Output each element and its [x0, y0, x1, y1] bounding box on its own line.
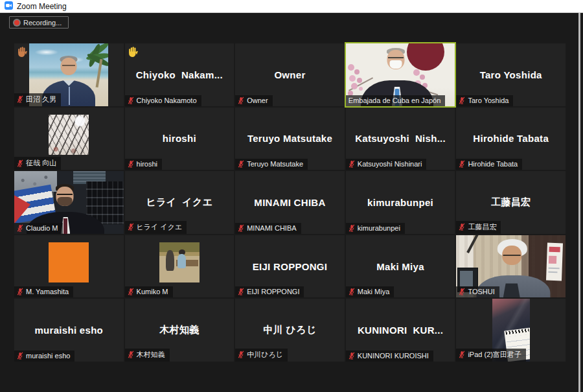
participant-label-text: 田沼 久男 [26, 95, 56, 104]
raised-hand-icon [128, 46, 138, 57]
participant-tile-10[interactable]: Hirohide Tabata Hirohide Tabata [456, 108, 566, 170]
participant-label-text: Hirohide Tabata [468, 160, 518, 168]
participant-label: hiroshi [125, 159, 162, 170]
participant-label: TOSHUI [456, 286, 499, 297]
participant-label-text: kimurabunpei [358, 224, 400, 232]
participant-label-text: Claudio M [26, 224, 58, 232]
window-title: Zoom Meeting [17, 2, 67, 11]
participant-tile-21[interactable]: muraishi esho muraishi esho [14, 299, 124, 362]
raised-hand-icon [17, 46, 27, 57]
participant-tile-19[interactable]: Maki Miya Maki Miya [346, 235, 455, 298]
participant-label: 中川ひろじ [235, 349, 288, 362]
participant-label: Katsuyoshi Nishinari [346, 159, 427, 170]
muted-mic-icon [17, 288, 23, 295]
participant-tile-3[interactable]: Owner Owner [235, 43, 345, 106]
participant-tile-16[interactable]: M. Yamashita [14, 235, 124, 298]
muted-mic-icon [238, 288, 244, 295]
participant-label: ヒライ イクエ [125, 221, 187, 234]
participant-label-text: Chiyoko Nakamoto [137, 97, 197, 104]
participant-tile-5[interactable]: Taro Yoshida Taro Yoshida [456, 43, 566, 106]
participant-label-text: 征哉 向山 [26, 158, 56, 168]
muted-mic-icon [238, 351, 244, 358]
zoom-camera-icon [5, 1, 13, 12]
participant-label-text: EIJI ROPPONGI [247, 288, 299, 295]
participant-tile-9[interactable]: Katsuyoshi Nish... Katsuyoshi Nishinari [346, 108, 455, 170]
participant-tile-13[interactable]: MINAMI CHIBA MINAMI CHIBA [235, 171, 345, 234]
participant-label: EIJI ROPPONGI [235, 286, 304, 297]
muted-mic-icon [17, 95, 23, 103]
participant-tile-2[interactable]: Chiyoko Nakam... Chiyok [125, 43, 234, 106]
participant-label: Owner [235, 95, 272, 106]
muted-mic-icon [349, 224, 355, 232]
participant-tile-23[interactable]: 中川 ひろじ 中川ひろじ [235, 299, 345, 362]
participant-label: 田沼 久男 [14, 93, 61, 106]
participant-tile-18[interactable]: EIJI ROPPONGI EIJI ROPPONGI [235, 235, 345, 298]
participant-tile-1[interactable]: 田沼 久男 [14, 43, 124, 106]
wall-poster [546, 242, 563, 281]
zoom-meeting-window: Zoom Meeting Recording... [0, 0, 583, 392]
participant-tile-7[interactable]: hiroshi hiroshi [125, 108, 234, 170]
participant-tile-22[interactable]: 木村知義 木村知義 [125, 299, 234, 362]
participant-label: Kumiko M [125, 286, 173, 297]
participant-label: Maki Miya [346, 286, 394, 297]
participant-label: muraishi esho [14, 351, 74, 362]
participant-label-text: Teruyo Matsutake [247, 160, 303, 168]
participant-tile-24[interactable]: KUNINORI KUR... KUNINORI KUROISHI [346, 299, 455, 362]
recording-label: Recording... [23, 19, 62, 27]
muted-mic-icon [128, 288, 134, 295]
participant-label: Taro Yoshida [456, 95, 513, 106]
participant-label-text: 木村知義 [137, 350, 165, 360]
participant-label-text: Owner [247, 97, 268, 104]
participant-tile-15[interactable]: 工藤昌宏 工藤昌宏 [456, 171, 566, 234]
muted-mic-icon [17, 352, 23, 360]
muted-mic-icon [128, 160, 134, 168]
participant-label-text: Katsuyoshi Nishinari [358, 160, 422, 168]
participant-tile-25[interactable]: iPad (2)富田君子 [456, 299, 566, 362]
participant-label-text: hiroshi [137, 160, 157, 168]
participant-label-text: Kumiko M [137, 288, 168, 295]
orange-avatar-image [49, 242, 89, 282]
muted-mic-icon [349, 288, 355, 295]
muted-mic-icon [459, 160, 465, 168]
muted-mic-icon [238, 97, 244, 104]
participant-tile-11[interactable]: Claudio M [14, 171, 124, 234]
participant-label: 工藤昌宏 [456, 221, 501, 234]
muted-mic-icon [17, 224, 23, 232]
participant-label-text: Embajada de Cuba en Japón [349, 97, 441, 104]
record-dot-icon [14, 20, 19, 25]
participant-label-text: iPad (2)富田君子 [468, 350, 521, 360]
muted-mic-icon [17, 159, 23, 167]
participant-label: Hirohide Tabata [456, 159, 522, 170]
participant-tile-6[interactable]: 征哉 向山 [14, 108, 124, 170]
participant-label: Teruyo Matsutake [235, 159, 308, 170]
participant-grid: 田沼 久男 Chiyoko Nakam... [14, 43, 566, 362]
muted-mic-icon [349, 160, 355, 168]
muted-mic-icon [349, 352, 355, 360]
muted-mic-icon [128, 223, 134, 231]
participant-label: Embajada de Cuba en Japón [346, 95, 446, 106]
participant-tile-8[interactable]: Teruyo Matsutake Teruyo Matsutake [235, 108, 345, 170]
participant-label-text: MINAMI CHIBA [247, 224, 296, 232]
participant-label-text: Maki Miya [358, 288, 390, 295]
participant-tile-4[interactable]: Embajada de Cuba en Japón [346, 43, 455, 106]
park-bench-avatar-image [159, 242, 200, 282]
participant-label: MINAMI CHIBA [235, 223, 301, 234]
window-right-edge [578, 13, 580, 392]
participant-tile-12[interactable]: ヒライ イクエ ヒライ イクエ [125, 171, 234, 234]
muted-mic-icon [128, 351, 134, 358]
participant-label-text: muraishi esho [26, 352, 70, 360]
recording-indicator-button[interactable]: Recording... [9, 16, 69, 29]
participant-tile-20[interactable]: TOSHUI [456, 235, 566, 298]
face-mask [390, 60, 402, 69]
participant-tile-17[interactable]: Kumiko M [125, 235, 234, 298]
blossom-avatar-image [49, 115, 89, 155]
participant-tile-14[interactable]: kimurabunpei kimurabunpei [346, 171, 455, 234]
participant-label: 征哉 向山 [14, 157, 61, 170]
japan-flag-circle [407, 43, 444, 71]
participant-label: 木村知義 [125, 349, 170, 362]
window-titlebar: Zoom Meeting [0, 0, 583, 13]
participant-label-text: TOSHUI [468, 288, 494, 295]
muted-mic-icon [128, 97, 134, 104]
participant-label-text: KUNINORI KUROISHI [358, 352, 429, 360]
muted-mic-icon [459, 288, 465, 295]
